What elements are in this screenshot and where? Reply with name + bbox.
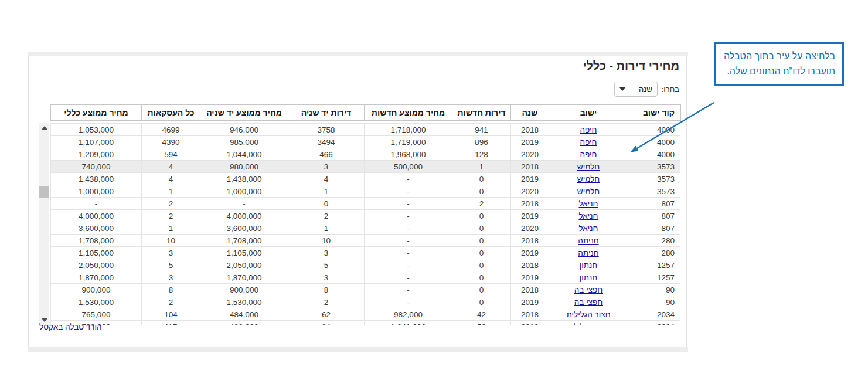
cell: 280: [628, 247, 681, 259]
city-cell: חניאל: [549, 222, 628, 235]
city-link[interactable]: חלמיש: [577, 187, 600, 196]
cell: 2018: [511, 124, 549, 136]
cell: 4: [288, 173, 365, 185]
cell: 1,870,000: [51, 271, 142, 284]
cell: 0: [452, 296, 511, 308]
callout-tooltip: בלחיצה על עיר בתוך הטבלה תועברו לדו"ח הנ…: [714, 42, 844, 86]
cell: 58: [452, 321, 511, 325]
city-link[interactable]: חניאל: [578, 224, 598, 233]
cell: 10: [288, 235, 365, 247]
table-row: 2034חצור הגלילית2019581,041,00084488,000…: [51, 321, 681, 325]
table-row: 807חניאל20182-0-2-: [51, 198, 681, 210]
cell: 0: [452, 222, 511, 235]
cell: 1: [142, 185, 200, 198]
table-scrollbar[interactable]: [39, 123, 49, 325]
cell: 1,053,000: [51, 124, 142, 136]
city-cell: חלמיש: [549, 185, 628, 198]
cell: 1,870,000: [200, 271, 288, 284]
cell: 1,719,000: [365, 136, 452, 148]
cell: 2019: [511, 271, 549, 284]
column-header: דירות חדשות: [452, 105, 511, 121]
cell: 982,000: [365, 308, 452, 321]
cell: 2019: [511, 136, 549, 148]
cell: 4: [142, 173, 200, 185]
city-link[interactable]: חניאל: [578, 212, 598, 220]
cell: -: [365, 271, 452, 284]
cell: -: [365, 210, 452, 222]
cell: 4,000,000: [200, 210, 288, 222]
cell: 1,105,000: [51, 247, 142, 259]
page-title: מחירי דירות - כללי: [583, 59, 679, 73]
city-cell: חפצי בה: [549, 296, 628, 308]
scrollbar-thumb[interactable]: [39, 186, 49, 198]
cell: 128: [452, 148, 511, 161]
city-link[interactable]: חיפה: [580, 150, 597, 159]
table-row: 3573חלמיש20200-11,000,00011,000,000: [51, 185, 681, 198]
cell: 900,000: [200, 284, 288, 296]
cell: 2020: [511, 222, 549, 235]
cell: 8: [288, 284, 365, 296]
table-row: 3573חלמיש20190-41,438,00041,438,000: [51, 173, 681, 185]
cell: 740,000: [51, 161, 142, 173]
cell: 2019: [511, 210, 549, 222]
city-link[interactable]: חצור הגלילית: [566, 323, 610, 325]
city-cell: חפצי בה: [549, 284, 628, 296]
cell: 500,000: [365, 161, 452, 173]
cell: 2034: [628, 321, 681, 325]
cell: -: [51, 198, 142, 210]
table-body-viewport: 4000חיפה20189411,718,0003758946,00046991…: [50, 123, 680, 325]
cell: 484,000: [200, 308, 288, 321]
city-link[interactable]: חפצי בה: [574, 298, 603, 307]
year-select-value: שנה: [639, 85, 652, 94]
cell: 4699: [142, 124, 200, 136]
cell: 3: [142, 271, 200, 284]
cell: 807: [628, 198, 681, 210]
column-header: מחיר ממוצע יד שניה: [200, 105, 288, 121]
city-link[interactable]: חלמיש: [577, 175, 600, 184]
cell: 1,438,000: [51, 173, 142, 185]
city-link[interactable]: חניתה: [578, 249, 598, 257]
year-select[interactable]: שנה: [614, 82, 658, 97]
table-row: 3573חלמיש20181500,0003980,0004740,000: [51, 161, 681, 173]
city-cell: חניתה: [549, 235, 628, 247]
table-row: 280חניתה20180-101,708,000101,708,000: [51, 235, 681, 247]
table-row: 90חפצי בה20190-21,530,00021,530,000: [51, 296, 681, 308]
cell: 1: [142, 222, 200, 235]
city-link[interactable]: חיפה: [580, 125, 597, 134]
city-link[interactable]: חנתון: [580, 261, 597, 270]
cell: 765,000: [51, 308, 142, 321]
cell: 0: [452, 235, 511, 247]
cell: -: [200, 198, 288, 210]
cell: 3,600,000: [200, 222, 288, 235]
city-link[interactable]: חפצי בה: [574, 286, 603, 294]
city-cell: חלמיש: [549, 161, 628, 173]
cell: 2020: [511, 148, 549, 161]
cell: 1,708,000: [200, 235, 288, 247]
cell: 946,000: [200, 124, 288, 136]
cell: 900,000: [51, 284, 142, 296]
city-link[interactable]: חניתה: [578, 236, 598, 245]
city-link[interactable]: חיפה: [580, 138, 597, 147]
cell: 2: [452, 198, 511, 210]
cell: 2019: [511, 173, 549, 185]
cell: 2018: [511, 161, 549, 173]
cell: 1,000,000: [200, 185, 288, 198]
city-link[interactable]: חנתון: [580, 273, 597, 282]
cell: 5: [288, 259, 365, 271]
city-link[interactable]: חניאל: [578, 199, 598, 208]
city-link[interactable]: חלמיש: [577, 162, 600, 171]
city-link[interactable]: חצור הגלילית: [566, 310, 610, 319]
chevron-down-icon: [619, 87, 625, 91]
download-excel-link[interactable]: הורד טבלה באקסל: [39, 323, 102, 331]
city-cell: חצור הגלילית: [549, 321, 628, 325]
cell: -: [365, 185, 452, 198]
scroll-up-button[interactable]: [39, 123, 49, 133]
cell: -: [365, 247, 452, 259]
cell: 4,000,000: [51, 210, 142, 222]
cell: 2018: [511, 259, 549, 271]
cell: 2: [142, 198, 200, 210]
cell: 1: [288, 185, 365, 198]
prices-table: 4000חיפה20189411,718,0003758946,00046991…: [50, 123, 680, 325]
cell: 90: [628, 284, 681, 296]
table-row: 2034חצור הגלילית201842982,00062484,00010…: [51, 308, 681, 321]
